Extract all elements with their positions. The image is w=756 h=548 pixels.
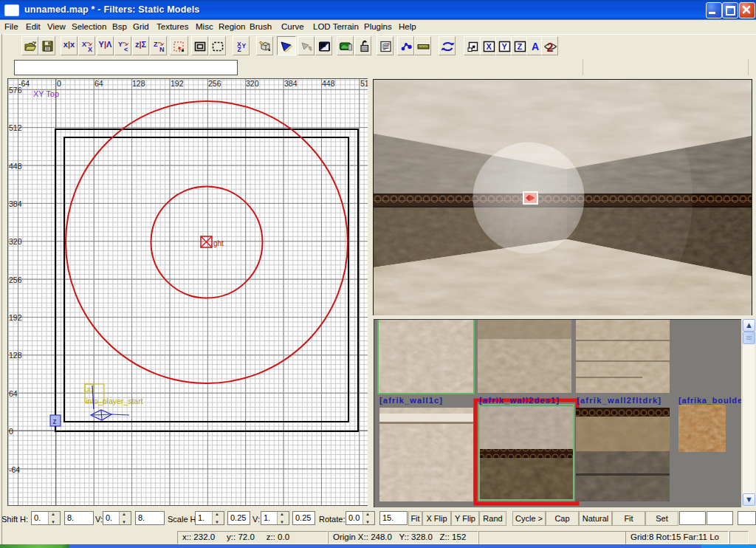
svg-text:51: 51 — [360, 79, 368, 88]
svg-text:<: < — [124, 46, 128, 53]
svg-text:128: 128 — [9, 351, 22, 360]
svg-text:a: a — [87, 386, 91, 392]
svg-text:64: 64 — [9, 389, 18, 398]
svg-text:[afrik_wall2des1]: [afrik_wall2des1] — [479, 396, 559, 405]
svg-text:2: 2 — [547, 41, 554, 54]
svg-text:448: 448 — [322, 79, 335, 88]
svg-text:Y: Y — [118, 41, 123, 48]
svg-text:0: 0 — [9, 427, 13, 436]
svg-text:192: 192 — [9, 313, 22, 322]
svg-text:256: 256 — [208, 79, 221, 88]
svg-text:Z: Z — [154, 41, 158, 48]
svg-text:Y: Y — [502, 42, 508, 51]
svg-text:[afrik_wall1c]: [afrik_wall1c] — [379, 396, 442, 405]
svg-text:X: X — [82, 41, 86, 48]
svg-text:A: A — [532, 41, 539, 52]
svg-text:Z: Z — [518, 42, 523, 51]
svg-text:[afrik_wall2fltdrk]: [afrik_wall2fltdrk] — [577, 396, 661, 405]
svg-text:z: z — [53, 417, 57, 425]
svg-text:320: 320 — [246, 79, 259, 88]
svg-text:384: 384 — [284, 79, 298, 88]
svg-text:info_player_start: info_player_start — [86, 397, 143, 405]
svg-text:0: 0 — [57, 79, 61, 88]
svg-text:X: X — [487, 42, 492, 51]
svg-text:320: 320 — [9, 237, 22, 246]
svg-text:ght: ght — [213, 239, 224, 247]
svg-text:384: 384 — [9, 199, 22, 208]
svg-text:X: X — [88, 46, 92, 53]
svg-text:64: 64 — [94, 79, 103, 88]
svg-text:Z: Z — [238, 46, 241, 53]
svg-text:Y: Y — [242, 42, 247, 49]
svg-text:256: 256 — [9, 275, 22, 284]
svg-text:512: 512 — [9, 123, 22, 132]
svg-text:[afrika_boulde: [afrika_boulde — [678, 396, 741, 405]
svg-text:-64: -64 — [9, 465, 20, 474]
svg-text:448: 448 — [9, 162, 22, 171]
svg-text:128: 128 — [132, 79, 145, 88]
svg-text:576: 576 — [9, 86, 22, 95]
svg-text:N: N — [159, 46, 165, 53]
svg-text:192: 192 — [171, 79, 184, 88]
svg-text:XY Top: XY Top — [33, 89, 59, 98]
